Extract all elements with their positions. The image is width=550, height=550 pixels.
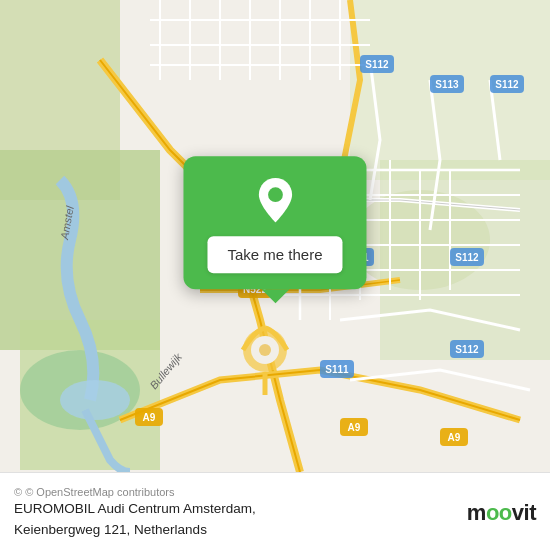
footer-left: © © OpenStreetMap contributors EUROMOBIL… bbox=[14, 486, 256, 540]
svg-text:A9: A9 bbox=[143, 412, 156, 423]
svg-text:S112: S112 bbox=[455, 252, 479, 263]
map-popup: Take me there bbox=[183, 156, 366, 289]
location-line1: EUROMOBIL Audi Centrum Amsterdam, bbox=[14, 500, 256, 519]
svg-text:S112: S112 bbox=[365, 59, 389, 70]
location-line2: Keienbergweg 121, Netherlands bbox=[14, 521, 256, 540]
map-attribution: © © OpenStreetMap contributors bbox=[14, 486, 256, 498]
location-pin-icon bbox=[251, 176, 299, 224]
svg-text:S112: S112 bbox=[455, 344, 479, 355]
svg-point-60 bbox=[259, 344, 271, 356]
svg-text:S113: S113 bbox=[435, 79, 459, 90]
moovit-dot: oo bbox=[486, 500, 512, 525]
footer: © © OpenStreetMap contributors EUROMOBIL… bbox=[0, 472, 550, 550]
copyright-symbol: © bbox=[14, 486, 22, 498]
map-area: S112 S113 S112 S111 S112 S111 S112 A2 N5… bbox=[0, 0, 550, 472]
moovit-logo-text: moovit bbox=[467, 500, 536, 526]
svg-point-8 bbox=[60, 380, 130, 420]
svg-text:A9: A9 bbox=[348, 422, 361, 433]
app-container: S112 S113 S112 S111 S112 S111 S112 A2 N5… bbox=[0, 0, 550, 550]
svg-text:S112: S112 bbox=[495, 79, 519, 90]
take-me-there-button[interactable]: Take me there bbox=[207, 236, 342, 273]
moovit-logo: moovit bbox=[467, 500, 536, 526]
svg-text:A9: A9 bbox=[448, 432, 461, 443]
svg-point-61 bbox=[268, 187, 283, 202]
svg-text:S111: S111 bbox=[325, 364, 349, 375]
